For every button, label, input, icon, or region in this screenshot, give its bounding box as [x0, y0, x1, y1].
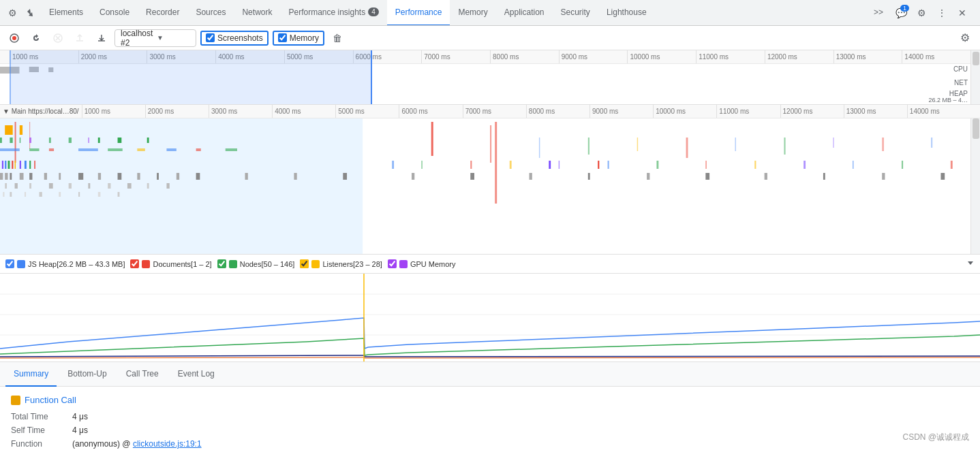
inspect-icon[interactable]	[22, 3, 41, 22]
tab-memory[interactable]: Memory	[450, 0, 495, 26]
svg-rect-110	[549, 161, 551, 169]
tab-overflow[interactable]: >>	[866, 0, 891, 26]
svg-rect-34	[8, 161, 10, 169]
tab-bottom-up[interactable]: Bottom-Up	[59, 362, 114, 387]
capture-settings-button[interactable]: ⚙	[955, 29, 975, 48]
tab-network[interactable]: Network	[234, 0, 280, 26]
notification-button[interactable]: 💬 1	[891, 3, 910, 22]
svg-rect-29	[166, 148, 176, 151]
svg-rect-66	[10, 173, 12, 180]
tick-4000: 4000 ms	[215, 50, 284, 63]
nodes-checkbox[interactable]	[217, 259, 226, 268]
svg-rect-104	[705, 173, 709, 180]
tick-2000: 2000 ms	[78, 50, 147, 63]
svg-rect-96	[78, 192, 80, 197]
documents-checkbox[interactable]	[130, 259, 139, 268]
svg-rect-45	[686, 138, 688, 158]
stop-button[interactable]	[49, 29, 67, 47]
svg-rect-57	[656, 161, 658, 169]
svg-rect-44	[637, 138, 638, 151]
upload-button[interactable]	[71, 29, 89, 47]
svg-rect-41	[490, 125, 491, 163]
svg-rect-103	[647, 173, 649, 180]
svg-rect-35	[12, 161, 13, 169]
svg-rect-101	[530, 173, 532, 180]
tab-security[interactable]: Security	[553, 0, 598, 26]
screenshots-checkbox[interactable]	[206, 33, 215, 42]
legend-documents: Documents[1 – 2]	[130, 259, 211, 268]
svg-rect-59	[754, 161, 756, 169]
reload-button[interactable]	[27, 29, 45, 47]
memory-graph	[0, 274, 980, 362]
svg-rect-63	[951, 161, 953, 169]
self-time-label: Self Time	[11, 425, 72, 435]
gpu-memory-checkbox[interactable]	[388, 259, 397, 268]
svg-rect-26	[78, 148, 98, 151]
svg-rect-107	[882, 173, 885, 180]
tab-summary[interactable]: Summary	[5, 362, 57, 387]
svg-rect-39	[29, 161, 31, 169]
devtools-icon[interactable]: ⚙	[3, 3, 22, 22]
tab-event-log[interactable]: Event Log	[170, 362, 223, 387]
svg-rect-91	[3, 192, 4, 197]
svg-rect-80	[343, 173, 347, 180]
close-icon[interactable]: ✕	[953, 3, 972, 22]
bottom-tabs: Summary Bottom-Up Call Tree Event Log	[0, 362, 980, 387]
js-heap-checkbox[interactable]	[5, 259, 14, 268]
svg-rect-8	[15, 122, 16, 163]
function-link[interactable]: clickoutside.js:19:1	[133, 439, 202, 449]
performance-toolbar: localhost #2 ▼ Screenshots Memory 🗑 ⚙	[0, 26, 980, 50]
url-selector[interactable]: localhost #2 ▼	[114, 29, 196, 47]
tab-elements[interactable]: Elements	[41, 0, 91, 26]
total-time-label: Total Time	[11, 412, 72, 421]
memory-checkbox-label[interactable]: Memory	[273, 31, 324, 46]
listeners-checkbox[interactable]	[300, 259, 309, 268]
svg-rect-83	[29, 183, 31, 189]
more-options-icon[interactable]: ⋮	[932, 3, 951, 22]
watermark: CSDN @诚诚程成	[902, 432, 969, 443]
tab-performance-insights[interactable]: Performance insights 4	[280, 0, 386, 26]
svg-rect-102	[588, 173, 590, 180]
svg-rect-47	[784, 138, 785, 155]
memory-checkbox[interactable]	[278, 33, 287, 42]
clear-button[interactable]: 🗑	[328, 29, 346, 47]
svg-rect-68	[29, 173, 32, 180]
scrollbar-thumb[interactable]	[973, 52, 979, 65]
svg-rect-28	[137, 148, 145, 151]
svg-rect-74	[137, 173, 140, 180]
svg-rect-52	[421, 161, 422, 169]
legend-collapse-button[interactable]	[966, 259, 975, 269]
flame-scrollbar[interactable]	[970, 118, 980, 255]
svg-rect-50	[931, 138, 932, 148]
legend-listeners: Listeners[23 – 28]	[300, 259, 382, 268]
function-color-box	[11, 396, 20, 405]
svg-rect-72	[98, 173, 101, 180]
record-button[interactable]	[5, 29, 23, 47]
svg-rect-70	[59, 173, 61, 180]
tab-application[interactable]: Application	[496, 0, 553, 26]
svg-rect-55	[559, 161, 560, 169]
memory-svg	[0, 274, 980, 362]
svg-rect-24	[29, 148, 39, 151]
tab-performance[interactable]: Performance	[387, 0, 450, 26]
svg-rect-86	[88, 183, 90, 189]
tab-recorder[interactable]: Recorder	[138, 0, 187, 26]
function-value: (anonymous) @ clickoutside.js:19:1	[72, 439, 202, 449]
svg-rect-10	[431, 122, 433, 156]
function-row: Function (anonymous) @ clickoutside.js:1…	[11, 439, 969, 449]
svg-rect-32	[2, 161, 3, 169]
overview-scrollbar[interactable]	[970, 50, 980, 104]
screenshots-checkbox-label[interactable]: Screenshots	[200, 31, 269, 46]
svg-rect-61	[853, 161, 853, 169]
svg-rect-53	[470, 161, 472, 169]
tab-lighthouse[interactable]: Lighthouse	[598, 0, 655, 26]
legend-gpu-memory: GPU Memory	[388, 259, 456, 268]
download-button[interactable]	[93, 29, 110, 47]
svg-rect-17	[69, 138, 72, 143]
svg-rect-5	[0, 67, 19, 74]
tab-sources[interactable]: Sources	[187, 0, 234, 26]
tab-call-tree[interactable]: Call Tree	[118, 362, 167, 387]
tab-console[interactable]: Console	[91, 0, 138, 26]
settings-icon[interactable]: ⚙	[912, 3, 931, 22]
flame-scrollbar-thumb[interactable]	[973, 118, 979, 139]
